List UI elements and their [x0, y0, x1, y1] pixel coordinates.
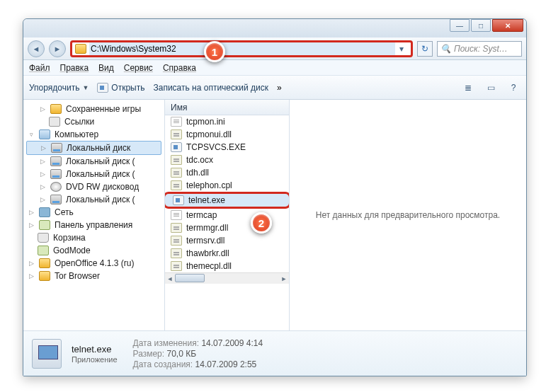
address-dropdown[interactable]: ▾: [395, 44, 408, 54]
tree-label: Панель управления: [55, 220, 132, 230]
search-box[interactable]: 🔍 Поиск: Syst…: [437, 41, 522, 57]
tree-openoffice[interactable]: ▷OpenOffice 4.1.3 (ru): [23, 257, 164, 270]
overflow-chevron-icon[interactable]: »: [277, 83, 282, 93]
address-bar[interactable]: ▾: [70, 40, 413, 57]
burn-label: Записать на оптический диск: [153, 83, 268, 93]
network-icon: [39, 207, 50, 217]
tree-drive-2[interactable]: ▷Локальный диск (: [23, 168, 164, 180]
file-row[interactable]: tcpmon.ini: [165, 115, 289, 128]
open-icon: [97, 83, 108, 93]
file-name: tdh.dll: [186, 168, 209, 178]
menu-view[interactable]: Вид: [98, 63, 114, 73]
details-pane: telnet.exe Приложение Дата изменения: 14…: [23, 330, 526, 376]
tree-label: Корзина: [53, 233, 86, 243]
caret-icon: ▼: [82, 84, 89, 91]
close-button[interactable]: ✕: [492, 19, 523, 32]
maximize-button[interactable]: □: [471, 19, 491, 32]
file-row[interactable]: tdc.ocx: [165, 154, 289, 166]
burn-button[interactable]: Записать на оптический диск: [153, 83, 268, 93]
tree-label: Ссылки: [64, 117, 94, 127]
file-name: tdc.ocx: [186, 155, 213, 165]
file-row[interactable]: themecpl.dll: [165, 260, 289, 272]
help-button[interactable]: ?: [506, 81, 521, 95]
computer-icon: [39, 129, 50, 139]
menu-edit[interactable]: Правка: [60, 63, 89, 73]
tree-links[interactable]: Ссылки: [23, 115, 164, 128]
tree-label: Локальный диск (: [66, 156, 135, 166]
file-row[interactable]: tcpmonui.dll: [165, 128, 289, 141]
dll-icon: [171, 261, 182, 271]
menu-help[interactable]: Справка: [163, 63, 196, 73]
tree-control-panel[interactable]: ▷Панель управления: [23, 219, 164, 231]
view-mode-button[interactable]: ≣: [461, 81, 475, 95]
minimize-button[interactable]: —: [450, 19, 470, 32]
tree-tor[interactable]: ▷Tor Browser: [23, 270, 164, 282]
back-button[interactable]: ◄: [28, 40, 45, 57]
tree-drive-c[interactable]: ▷Локальный диск: [26, 141, 161, 155]
tree-drive-3[interactable]: ▷Локальный диск (: [23, 193, 164, 206]
file-list[interactable]: Имя tcpmon.initcpmonui.dllTCPSVCS.EXEtdc…: [165, 100, 290, 330]
preview-empty-text: Нет данных для предварительного просмотр…: [316, 210, 500, 220]
horizontal-scrollbar[interactable]: ◄ ►: [165, 272, 289, 284]
app-icon: [173, 195, 184, 205]
open-button[interactable]: Открыть: [97, 83, 144, 93]
tree-label: OpenOffice 4.1.3 (ru): [55, 258, 135, 268]
file-row[interactable]: TCPSVCS.EXE: [165, 141, 289, 154]
organize-button[interactable]: Упорядочить ▼: [29, 83, 89, 93]
menu-tools[interactable]: Сервис: [124, 63, 153, 73]
details-size-label: Размер:: [133, 349, 165, 359]
tree-label: Локальный диск (: [66, 169, 135, 179]
forward-button[interactable]: ►: [49, 40, 66, 57]
open-label: Открыть: [111, 83, 144, 93]
link-icon: [49, 117, 60, 127]
file-row[interactable]: termsrv.dll: [165, 234, 289, 247]
tree-label: Локальный диск: [67, 143, 130, 153]
details-filetype: Приложение: [72, 355, 118, 364]
menu-file[interactable]: Файл: [29, 63, 50, 73]
tree-computer[interactable]: ▿Компьютер: [23, 128, 164, 141]
tree-label: Компьютер: [55, 129, 98, 139]
address-input[interactable]: [89, 42, 395, 55]
file-name: thawbrkr.dll: [186, 248, 229, 258]
toolbar: Упорядочить ▼ Открыть Записать на оптиче…: [23, 76, 526, 100]
file-icon-large: [32, 339, 62, 369]
file-name: telephon.cpl: [186, 180, 232, 190]
app-icon: [171, 142, 182, 152]
scroll-thumb[interactable]: [175, 274, 205, 282]
tree-drive-1[interactable]: ▷Локальный диск (: [23, 155, 164, 168]
details-created-label: Дата создания:: [133, 359, 193, 369]
tree-recycle-bin[interactable]: Корзина: [23, 231, 164, 244]
preview-pane-button[interactable]: ▭: [484, 81, 498, 95]
recycle-icon: [38, 233, 49, 243]
tree-godmode[interactable]: GodMode: [23, 244, 164, 257]
refresh-button[interactable]: ↻: [417, 41, 433, 57]
drive-icon: [51, 143, 62, 153]
file-row[interactable]: thawbrkr.dll: [165, 247, 289, 260]
tree-dvd[interactable]: ▷DVD RW дисковод: [23, 180, 164, 193]
menu-bar: Файл Правка Вид Сервис Справка: [23, 60, 526, 76]
folder-icon: [75, 44, 86, 54]
file-name: termmgr.dll: [186, 223, 228, 233]
callout-1: 1: [204, 41, 225, 62]
details-created-value: 14.07.2009 2:55: [195, 359, 257, 369]
file-row[interactable]: tdh.dll: [165, 166, 289, 179]
file-name: termcap: [186, 210, 217, 220]
tree-label: Сохраненные игры: [66, 104, 141, 114]
preview-pane: Нет данных для предварительного просмотр…: [290, 100, 526, 330]
tree-network[interactable]: ▷Сеть: [23, 206, 164, 219]
folder-icon: [50, 104, 62, 114]
nav-tree[interactable]: ▷Сохраненные игры Ссылки ▿Компьютер ▷Лок…: [23, 100, 165, 330]
file-row[interactable]: telephon.cpl: [165, 179, 289, 192]
scroll-left-icon[interactable]: ◄: [165, 273, 175, 284]
tree-saved-games[interactable]: ▷Сохраненные игры: [23, 103, 164, 115]
details-modified-label: Дата изменения:: [133, 338, 200, 348]
drive-icon: [50, 195, 62, 204]
column-header-name[interactable]: Имя: [165, 100, 289, 115]
tree-label: DVD RW дисковод: [66, 182, 139, 192]
file-name: tcpmon.ini: [186, 117, 225, 127]
file-row[interactable]: telnet.exe: [165, 192, 290, 209]
tree-label: Tor Browser: [55, 271, 100, 281]
control-panel-icon: [39, 220, 50, 230]
scroll-right-icon[interactable]: ►: [279, 273, 289, 284]
search-icon: 🔍: [440, 44, 451, 54]
